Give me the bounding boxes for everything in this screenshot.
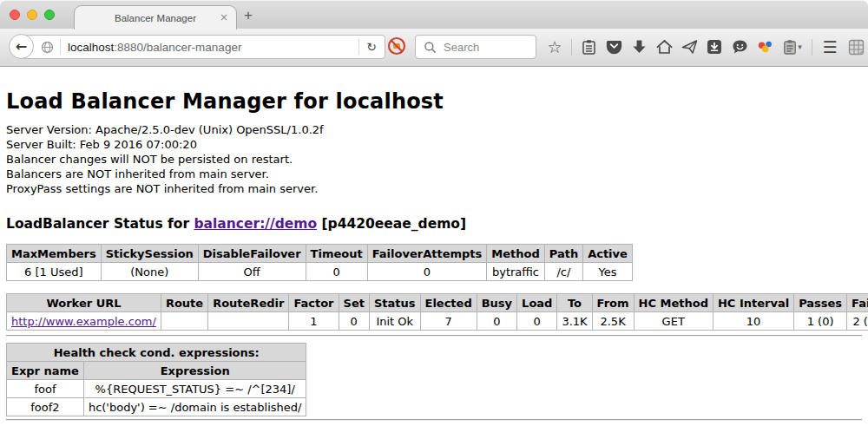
download-arrow-icon[interactable]: [630, 37, 648, 56]
back-icon: ←: [16, 38, 27, 55]
cell-routeredir: [208, 312, 289, 331]
url-bar[interactable]: localhost:8880/balancer-manager ↻: [21, 35, 385, 59]
search-input[interactable]: [442, 40, 523, 55]
cell-worker-url: http://www.example.com/: [7, 312, 161, 331]
table-caption-row: Health check cond. expressions:: [7, 344, 306, 362]
cell-factor: 1: [289, 312, 339, 331]
cell-passes: 1 (0): [794, 312, 847, 331]
home-icon[interactable]: [655, 37, 673, 56]
table-header-row: Expr name Expression: [7, 362, 306, 380]
tab-close-icon[interactable]: ×: [220, 11, 228, 23]
header-expression: Expression: [83, 362, 306, 380]
navigation-toolbar: ← localhost:8880/balancer-manager ↻ ☆: [0, 29, 868, 67]
page-title: Load Balancer Manager for localhost: [6, 89, 862, 114]
tab-title: Balancer Manager: [115, 13, 196, 23]
persist-notice-line: Balancer changes will NOT be persisted o…: [6, 152, 862, 167]
new-tab-button[interactable]: +: [244, 7, 253, 24]
browser-window: Balancer Manager × + ← localhost:8880/ba…: [0, 0, 868, 426]
search-icon: [424, 41, 437, 54]
header-hc-method: HC Method: [634, 294, 713, 312]
reading-list-icon[interactable]: [580, 37, 597, 56]
header-from: From: [592, 294, 634, 312]
header-set: Set: [339, 294, 369, 312]
downloads-panel-icon[interactable]: [706, 37, 723, 56]
toolbar-divider: [812, 39, 812, 56]
header-method: Method: [487, 245, 544, 263]
cell-stickysession: (None): [101, 263, 198, 281]
menu-icon[interactable]: ☰: [820, 37, 839, 56]
search-bar[interactable]: [415, 35, 536, 59]
loadbalancer-status-heading: LoadBalancer Status for balancer://demo …: [6, 216, 862, 232]
header-active: Active: [583, 245, 633, 263]
toolbar-icons: ☆: [546, 33, 865, 61]
header-factor: Factor: [289, 294, 339, 312]
header-timeout: Timeout: [306, 245, 367, 263]
send-plane-icon[interactable]: [681, 37, 698, 56]
header-path: Path: [544, 245, 582, 263]
close-window-button[interactable]: [10, 10, 20, 20]
traffic-lights: [10, 10, 55, 20]
header-failoverattempts: FailoverAttempts: [367, 245, 487, 263]
globe-icon: [41, 41, 54, 54]
minimize-window-button[interactable]: [27, 10, 37, 20]
cell-elected: 7: [420, 312, 477, 331]
cell-expression: hc('body') =~ /domain is established/: [83, 398, 306, 416]
cell-failoverattempts: 0: [367, 263, 487, 281]
cell-expr-name: foof: [7, 380, 84, 398]
server-built-line: Server Built: Feb 9 2016 07:00:20: [6, 137, 862, 152]
content-blocked-icon[interactable]: [386, 36, 407, 56]
header-fails: Fails: [847, 294, 868, 312]
url-domain: localhost: [68, 41, 114, 54]
heading-suffix: [p4420eeae_demo]: [317, 216, 466, 232]
header-maxmembers: MaxMembers: [7, 245, 102, 263]
section-divider: [6, 419, 862, 421]
inherit-notice-line: Balancers are NOT inherited from main se…: [6, 167, 862, 181]
cell-load: 0: [517, 312, 557, 331]
proxypass-notice-line: ProxyPass settings are NOT inherited fro…: [6, 181, 862, 196]
downloadhelper-colorballs-icon[interactable]: [756, 37, 773, 56]
header-disablefailover: DisableFailover: [198, 245, 306, 263]
cell-set: 0: [339, 312, 369, 331]
cell-route: [161, 312, 207, 331]
url-text[interactable]: localhost:8880/balancer-manager: [68, 41, 241, 54]
cell-expression: %{REQUEST_STATUS} =~ /^[234]/: [83, 380, 306, 398]
url-separator: [60, 39, 61, 55]
chevron-down-icon: ▾: [798, 43, 802, 51]
chat-smiley-icon[interactable]: [731, 37, 748, 56]
header-status: Status: [369, 294, 420, 312]
reload-icon: ↻: [366, 40, 377, 54]
header-to: To: [557, 294, 592, 312]
table-row: 6 [1 Used] (None) Off 0 0 bytraffic /c/ …: [7, 263, 633, 281]
cell-disablefailover: Off: [198, 263, 306, 281]
balancer-summary-table: MaxMembers StickySession DisableFailover…: [6, 244, 633, 281]
zoom-window-button[interactable]: [44, 10, 55, 20]
health-check-table: Health check cond. expressions: Expr nam…: [6, 343, 306, 416]
cell-active: Yes: [583, 263, 633, 281]
cell-fails: 2 (0): [847, 312, 868, 331]
table-row: foof2 hc('body') =~ /domain is establish…: [7, 398, 306, 416]
cell-expr-name: foof2: [7, 398, 84, 416]
page-content: Load Balancer Manager for localhost Serv…: [0, 89, 868, 421]
table-row: http://www.example.com/ 1 0 Init Ok 7 0 …: [7, 312, 868, 331]
cell-hc-method: GET: [634, 312, 713, 331]
balancer-demo-link[interactable]: balancer://demo: [194, 216, 317, 232]
server-version-line: Server Version: Apache/2.5.0-dev (Unix) …: [6, 122, 862, 137]
heading-prefix: LoadBalancer Status for: [6, 216, 194, 232]
back-button[interactable]: ←: [9, 34, 34, 59]
tab-groups-icon[interactable]: [847, 37, 865, 56]
cell-busy: 0: [477, 312, 516, 331]
tab-balancer-manager[interactable]: Balancer Manager ×: [74, 5, 237, 29]
toolbar-divider: [571, 39, 572, 56]
header-route: Route: [161, 294, 207, 312]
worker-url-link[interactable]: http://www.example.com/: [11, 315, 156, 328]
cell-status: Init Ok: [369, 312, 420, 331]
reload-button[interactable]: ↻: [358, 39, 385, 55]
cell-hc-interval: 10: [713, 312, 793, 331]
clipboard-menu-icon[interactable]: ▾: [781, 37, 804, 56]
header-worker-url: Worker URL: [7, 294, 161, 312]
header-busy: Busy: [477, 294, 516, 312]
header-elected: Elected: [420, 294, 477, 312]
bookmark-star-icon[interactable]: ☆: [546, 37, 563, 56]
health-table-caption: Health check cond. expressions:: [7, 344, 306, 362]
pocket-icon[interactable]: [605, 37, 622, 56]
